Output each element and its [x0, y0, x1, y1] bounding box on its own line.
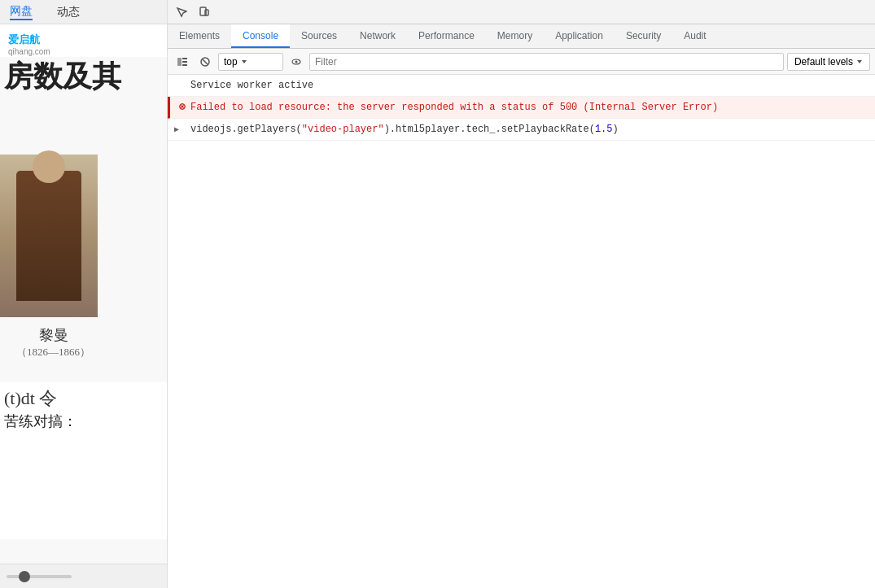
svg-rect-5	[182, 64, 187, 66]
console-sidebar-icon[interactable]	[173, 52, 192, 72]
devtools-tabs: Elements Console Sources Network Perform…	[168, 24, 875, 49]
svg-rect-1	[205, 10, 208, 15]
devtools-toolbar	[168, 0, 875, 24]
math-formula-area: (t)dt 令 苦练对搞： ←	[0, 382, 167, 539]
js-text-end: )	[613, 124, 619, 135]
js-text-middle: ).html5player.tech_.setPlaybackRate(	[384, 124, 595, 135]
tab-console[interactable]: Console	[231, 24, 290, 48]
error-icon: ⊗	[177, 102, 188, 113]
console-output: Service worker active ⊗ Failed to load r…	[168, 75, 875, 588]
logo-text: 爱启航	[8, 33, 50, 47]
context-selector-value: top	[224, 56, 238, 68]
left-website-panel: 网盘 动态 爱启航 qihang.com 房数及其 黎曼 （1826—1866）	[0, 0, 167, 588]
big-chinese-text: 房数及其	[4, 61, 121, 94]
logo-subtext: qihang.com	[8, 47, 50, 56]
eye-icon[interactable]	[287, 52, 306, 72]
portrait-area	[0, 155, 98, 317]
portrait-figure	[16, 171, 81, 301]
clear-console-icon[interactable]	[195, 52, 215, 72]
console-toolbar: top Default levels	[168, 49, 875, 75]
default-levels-label: Default levels	[794, 56, 853, 68]
portrait-caption: 黎曼 （1826—1866）	[16, 325, 90, 359]
js-message-text: videojs.getPlayers("video-player").html5…	[190, 122, 619, 137]
tab-application[interactable]: Application	[544, 24, 615, 48]
js-number-value: 1.5	[595, 124, 613, 135]
default-levels-button[interactable]: Default levels	[787, 53, 870, 71]
tab-performance[interactable]: Performance	[407, 24, 486, 48]
site-logo: 爱启航 qihang.com	[8, 33, 50, 56]
device-mode-icon[interactable]	[194, 2, 215, 22]
portrait-head	[33, 150, 65, 183]
tab-audit[interactable]: Audit	[672, 24, 717, 48]
tab-sources[interactable]: Sources	[290, 24, 348, 48]
website-nav-bar: 网盘 动态	[0, 0, 167, 24]
tab-elements[interactable]: Elements	[168, 24, 231, 48]
svg-rect-2	[177, 58, 182, 66]
tab-network[interactable]: Network	[348, 24, 407, 48]
context-selector[interactable]: top	[218, 53, 283, 71]
error-text: Failed to load resource: the server resp…	[190, 100, 718, 115]
js-string-value: "video-player"	[302, 124, 384, 135]
console-message-service-worker: Service worker active	[168, 75, 875, 97]
expand-arrow-icon[interactable]: ▶	[174, 124, 179, 136]
portrait-name: 黎曼	[16, 325, 90, 345]
filter-input[interactable]	[309, 53, 784, 71]
tab-memory[interactable]: Memory	[486, 24, 544, 48]
nav-item-wangpan[interactable]: 网盘	[10, 4, 33, 20]
bottom-bar	[0, 564, 167, 588]
devtools-panel: Elements Console Sources Network Perform…	[167, 0, 875, 588]
svg-rect-4	[182, 61, 187, 63]
inspect-element-icon[interactable]	[171, 2, 192, 22]
content-area: 房数及其 黎曼 （1826—1866） (t)dt 令 苦练对搞： ←	[0, 57, 167, 588]
website-content-area: 爱启航 qihang.com 房数及其 黎曼 （1826—1866） (t)dt…	[0, 24, 167, 588]
portrait-years: （1826—1866）	[16, 345, 90, 359]
console-message-error: ⊗ Failed to load resource: the server re…	[168, 97, 875, 119]
svg-rect-3	[182, 58, 187, 59]
math-text-1: (t)dt 令	[4, 386, 163, 412]
slider-track[interactable]	[7, 575, 72, 578]
service-worker-text: Service worker active	[190, 78, 313, 93]
tab-security[interactable]: Security	[615, 24, 672, 48]
svg-line-7	[203, 59, 208, 64]
svg-point-9	[295, 60, 298, 63]
math-text-2: 苦练对搞：	[4, 412, 163, 431]
slider-thumb[interactable]	[19, 571, 30, 582]
console-message-js: ▶ videojs.getPlayers("video-player").htm…	[168, 119, 875, 141]
js-text-before: videojs.getPlayers(	[190, 124, 302, 135]
nav-item-dongtai[interactable]: 动态	[57, 5, 80, 20]
